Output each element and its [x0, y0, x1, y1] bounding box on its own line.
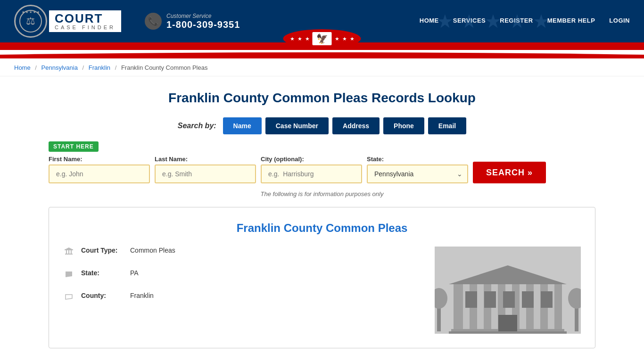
county-value: Franklin	[130, 292, 154, 299]
cs-info: Customer Service 1-800-309-9351	[166, 13, 240, 30]
logo-case-finder-text: CASE FINDER	[55, 25, 116, 30]
court-info-title: Franklin County Common Pleas	[63, 222, 581, 235]
logo-court-text: COURT	[55, 12, 116, 25]
customer-service: 📞 Customer Service 1-800-309-9351	[145, 13, 240, 30]
breadcrumb-pennsylvania[interactable]: Pennsylvania	[41, 64, 78, 71]
search-button[interactable]: SEARCH »	[473, 162, 546, 183]
court-type-icon	[63, 247, 74, 259]
svg-marker-9	[66, 272, 72, 277]
breadcrumb-current: Franklin County Common Pleas	[121, 64, 208, 71]
breadcrumb-home[interactable]: Home	[14, 64, 31, 71]
svg-rect-28	[498, 315, 517, 331]
info-note: The following is for information purpose…	[49, 190, 595, 197]
svg-rect-3	[65, 254, 73, 255]
breadcrumb-sep-1: /	[35, 64, 37, 71]
state-select-wrapper: Pennsylvania AlabamaAlaskaArizona Arkans…	[367, 165, 468, 183]
last-name-group: Last Name:	[155, 156, 256, 183]
logo-emblem: ⚖ ★ ★ ★ ★ ★	[14, 5, 47, 38]
svg-text:★ ★ ★ ★ ★: ★ ★ ★ ★ ★	[22, 10, 40, 14]
county-label: County:	[81, 292, 124, 299]
svg-rect-23	[465, 291, 477, 308]
start-here-badge: START HERE	[49, 141, 99, 152]
tab-email[interactable]: Email	[428, 117, 466, 134]
svg-rect-26	[522, 291, 534, 308]
detail-row-state: State: PA	[63, 269, 421, 281]
city-label: City (optional):	[261, 156, 362, 163]
eagle-icon: 🦅	[313, 32, 332, 45]
nav-member-help[interactable]: MEMBER HELP	[547, 17, 595, 26]
header-stars: ★ ★ ★ ★ ★	[437, 0, 550, 42]
court-type-value: Common Pleas	[130, 247, 175, 254]
state-detail-label: State:	[81, 269, 124, 277]
header-left: ⚖ ★ ★ ★ ★ ★ COURT CASE FINDER 📞 Customer…	[14, 5, 240, 38]
breadcrumb-sep-3: /	[115, 64, 117, 71]
svg-rect-19	[534, 284, 540, 329]
breadcrumb-sep-2: /	[83, 64, 84, 71]
county-icon	[63, 292, 74, 304]
svg-rect-24	[484, 291, 496, 308]
state-detail-value: PA	[130, 269, 139, 277]
first-name-input[interactable]	[49, 165, 150, 183]
logo-text: COURT CASE FINDER	[49, 10, 121, 32]
eagle-badge: ★ ★ ★ 🦅 ★ ★ ★	[283, 29, 361, 48]
phone-icon: 📞	[145, 13, 162, 30]
breadcrumb-franklin[interactable]: Franklin	[89, 64, 110, 71]
state-icon	[63, 270, 74, 281]
svg-rect-27	[541, 291, 553, 308]
tab-address[interactable]: Address	[332, 117, 380, 134]
state-select[interactable]: Pennsylvania AlabamaAlaskaArizona Arkans…	[367, 165, 468, 183]
cs-phone: 1-800-309-9351	[166, 19, 240, 30]
detail-row-county: County: Franklin	[63, 292, 421, 304]
svg-rect-6	[71, 250, 72, 254]
city-group: City (optional):	[261, 156, 362, 183]
svg-text:⚖: ⚖	[26, 15, 35, 27]
red-wave-banner: ★ ★ ★ 🦅 ★ ★ ★	[0, 42, 644, 50]
state-label: State:	[367, 156, 468, 163]
tab-phone[interactable]: Phone	[383, 117, 424, 134]
state-group: State: Pennsylvania AlabamaAlaskaArizona…	[367, 156, 468, 183]
court-details-layout: Court Type: Common Pleas State: PA Count…	[63, 247, 581, 334]
search-by-label: Search by:	[178, 122, 216, 130]
city-input[interactable]	[261, 165, 362, 183]
breadcrumb: Home / Pennsylvania / Franklin / Frankli…	[0, 59, 644, 76]
svg-marker-8	[65, 247, 73, 249]
main-content: Franklin County Common Pleas Records Loo…	[39, 76, 605, 362]
courthouse-image	[435, 247, 581, 334]
svg-rect-4	[66, 250, 67, 254]
svg-rect-22	[449, 331, 567, 334]
court-type-label: Court Type:	[81, 247, 124, 254]
cs-label: Customer Service	[166, 13, 240, 19]
logo[interactable]: ⚖ ★ ★ ★ ★ ★ COURT CASE FINDER	[14, 5, 121, 38]
svg-rect-15	[477, 284, 484, 329]
court-info-card: Franklin County Common Pleas Court Type:…	[49, 207, 595, 348]
svg-rect-25	[503, 291, 515, 308]
tab-name[interactable]: Name	[223, 117, 262, 134]
court-details-left: Court Type: Common Pleas State: PA Count…	[63, 247, 421, 334]
nav-login[interactable]: LOGIN	[609, 17, 630, 26]
search-form: First Name: Last Name: City (optional): …	[49, 156, 595, 183]
svg-rect-5	[68, 250, 69, 254]
nav-home[interactable]: HOME	[420, 17, 439, 26]
page-title: Franklin County Common Pleas Records Loo…	[49, 90, 595, 106]
search-form-section: START HERE First Name: Last Name: City (…	[49, 141, 595, 183]
svg-marker-10	[66, 295, 72, 299]
detail-row-court-type: Court Type: Common Pleas	[63, 247, 421, 259]
wave-svg	[0, 50, 644, 58]
court-photo	[435, 247, 581, 334]
search-by-row: Search by: Name Case Number Address Phon…	[49, 117, 595, 134]
svg-rect-7	[65, 249, 73, 250]
tab-case-number[interactable]: Case Number	[265, 117, 329, 134]
last-name-label: Last Name:	[155, 156, 256, 163]
last-name-input[interactable]	[155, 165, 256, 183]
first-name-group: First Name:	[49, 156, 150, 183]
first-name-label: First Name:	[49, 156, 150, 163]
